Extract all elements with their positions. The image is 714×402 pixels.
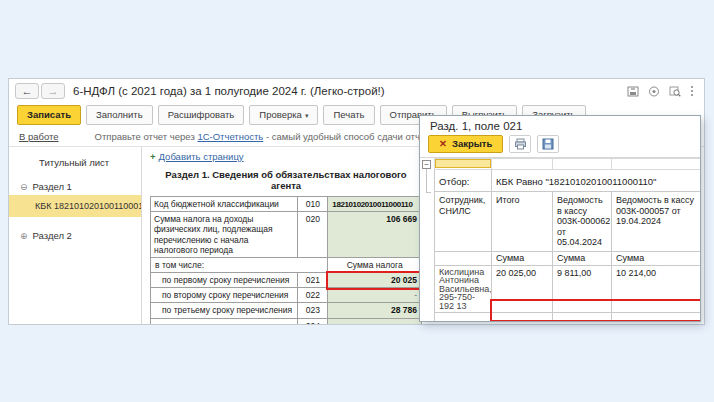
- total-value-0[interactable]: 20 025,00: [492, 313, 553, 323]
- sidebar-item-kbk[interactable]: КБК 182101020100110001: [9, 195, 141, 217]
- expand-icon[interactable]: ⊕: [20, 231, 28, 241]
- decode-button[interactable]: Расшифровать: [158, 105, 245, 125]
- employee-value-2[interactable]: 10 214,00: [612, 265, 702, 313]
- table-row: в том числе: Сумма налога: [151, 258, 422, 273]
- sidebar-item-section1[interactable]: ⊖ Раздел 1: [9, 181, 141, 192]
- sum-subheader: Сумма: [612, 251, 702, 265]
- chevron-down-icon: ▾: [305, 112, 309, 119]
- field-021-highlighted[interactable]: 20 025: [328, 273, 422, 288]
- write-button[interactable]: Записать: [17, 105, 81, 125]
- sidebar-item-section2[interactable]: ⊕ Раздел 2: [9, 230, 141, 241]
- status-message: Отправьте отчет через 1С-Отчетность - са…: [95, 131, 457, 142]
- print-button-popup[interactable]: [509, 135, 531, 153]
- table-row: по первому сроку перечисления 021 20 025: [151, 273, 422, 288]
- sections-sidebar: Титульный лист ⊖ Раздел 1 КБК 1821010201…: [9, 147, 142, 325]
- sidebar-item-title-sheet[interactable]: Титульный лист: [9, 157, 141, 168]
- forward-button[interactable]: →: [41, 83, 65, 99]
- window-titlebar: ← → 6-НДФЛ (с 2021 года) за 1 полугодие …: [9, 79, 704, 101]
- table-row: Код бюджетной классификации 010 18210102…: [151, 197, 422, 212]
- field-010[interactable]: 18210102010011000110: [328, 197, 422, 212]
- collapse-icon[interactable]: ⊖: [20, 182, 28, 192]
- section1-table: Код бюджетной классификации 010 18210102…: [150, 196, 422, 325]
- table-row: Сумма налога на доходы физических лиц, п…: [151, 212, 422, 258]
- 1c-reporting-link[interactable]: 1С-Отчетность: [197, 131, 263, 142]
- table-row: по четвертому сроку перечисления 024 -: [151, 319, 422, 326]
- section1-title: Раздел 1. Сведения об обязательствах нал…: [150, 169, 422, 191]
- floppy-icon: [542, 138, 554, 150]
- tree-collapse-icon[interactable]: −: [422, 160, 431, 169]
- selected-cell[interactable]: [435, 159, 492, 170]
- col-vedomost-1: Ведомость в кассу 003К-000062 от 05.04.2…: [553, 192, 612, 252]
- employee-total[interactable]: 20 025,00: [492, 265, 553, 313]
- check-button[interactable]: Проверка▾: [249, 105, 318, 125]
- employee-value-1[interactable]: 9 811,00: [553, 265, 612, 313]
- save-button-popup[interactable]: [537, 135, 559, 153]
- table-row: по третьему сроку перечисления 023 28 78…: [151, 303, 422, 318]
- window-title: 6-НДФЛ (с 2021 года) за 1 полугодие 2024…: [73, 85, 619, 97]
- popup-title: Разд. 1, поле 021: [420, 116, 700, 133]
- table-subheader-row: Сумма Сумма Сумма: [435, 251, 702, 265]
- decode-popup: Разд. 1, поле 021 ✕ Закрыть −: [419, 115, 701, 322]
- table-header-row: Сотрудник, СНИЛС Итого Ведомость в кассу…: [435, 192, 702, 252]
- popup-toolbar: ✕ Закрыть: [420, 133, 700, 157]
- total-value-2[interactable]: 10 214,00: [612, 313, 702, 323]
- print-button[interactable]: Печать: [323, 105, 374, 125]
- field-022[interactable]: -: [328, 288, 422, 303]
- more-icon[interactable]: [690, 85, 694, 97]
- close-button[interactable]: ✕ Закрыть: [428, 135, 503, 153]
- sum-subheader: Сумма: [492, 251, 553, 265]
- filter-value: КБК Равно "18210102010011000110": [492, 170, 702, 192]
- col-total: Итого: [492, 192, 553, 252]
- decode-table: Отбор: КБК Равно "18210102010011000110" …: [434, 158, 701, 322]
- filter-label: Отбор:: [435, 170, 492, 192]
- field-023[interactable]: 28 786: [328, 303, 422, 318]
- sum-subheader: Сумма: [553, 251, 612, 265]
- field-024[interactable]: -: [328, 319, 422, 326]
- table-row: [435, 159, 702, 170]
- total-value-1[interactable]: 9 811,00: [553, 313, 612, 323]
- back-button[interactable]: ←: [15, 83, 39, 99]
- employee-name[interactable]: Кислицина Антонина Васильевна, 295-750-1…: [435, 265, 492, 313]
- col-vedomost-2: Ведомость в кассу 003К-000057 от 19.04.2…: [612, 192, 702, 252]
- col-employee: Сотрудник, СНИЛС: [435, 192, 492, 252]
- print-icon[interactable]: [648, 86, 660, 97]
- total-row: Итого 20 025,00 9 811,00 10 214,00: [435, 313, 702, 323]
- printer-icon: [514, 138, 527, 150]
- total-label: Итого: [435, 313, 492, 323]
- fill-button[interactable]: Заполнить: [86, 105, 153, 125]
- field-020[interactable]: 106 669: [328, 212, 422, 258]
- close-icon: ✕: [439, 138, 447, 149]
- status-state-link[interactable]: В работе: [19, 131, 59, 142]
- table-row: Кислицина Антонина Васильевна, 295-750-1…: [435, 265, 702, 313]
- table-row: по второму сроку перечисления 022 -: [151, 288, 422, 303]
- plus-icon: +: [150, 151, 156, 162]
- table-row: Отбор: КБК Равно "18210102010011000110": [435, 170, 702, 192]
- popup-table-area: − Отбор: КБК Равно "18210102010011000110…: [420, 157, 700, 317]
- save-icon[interactable]: [627, 86, 639, 97]
- search-icon[interactable]: [669, 86, 681, 97]
